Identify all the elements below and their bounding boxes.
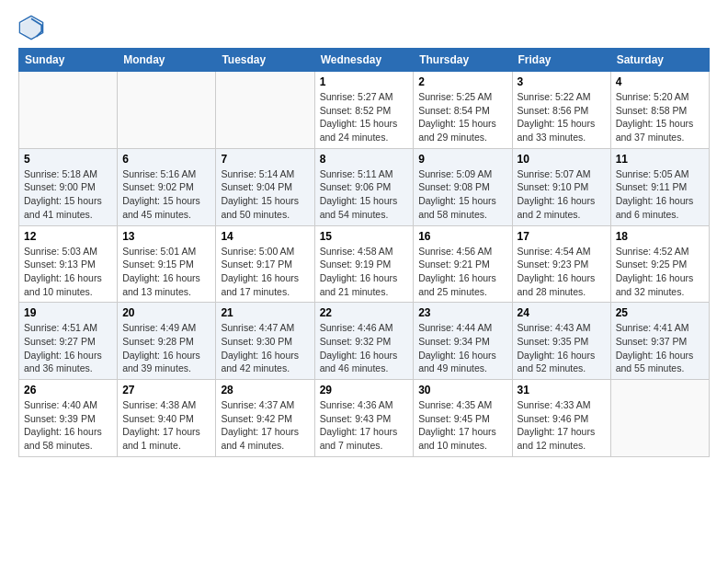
weekday-header-wednesday: Wednesday <box>314 49 414 72</box>
day-info: Sunrise: 4:56 AM Sunset: 9:21 PM Dayligh… <box>418 245 506 299</box>
day-info: Sunrise: 5:14 AM Sunset: 9:04 PM Dayligh… <box>221 167 309 222</box>
day-number: 18 <box>616 230 704 243</box>
calendar-cell: 10Sunrise: 5:07 AM Sunset: 9:10 PM Dayli… <box>512 148 610 225</box>
day-info: Sunrise: 4:41 AM Sunset: 9:37 PM Dayligh… <box>616 321 704 375</box>
day-number: 30 <box>418 384 506 396</box>
calendar-cell: 25Sunrise: 4:41 AM Sunset: 9:37 PM Dayli… <box>610 303 709 380</box>
day-number: 15 <box>320 230 409 243</box>
day-info: Sunrise: 5:20 AM Sunset: 8:58 PM Dayligh… <box>616 90 704 144</box>
day-info: Sunrise: 4:35 AM Sunset: 9:45 PM Dayligh… <box>418 398 506 453</box>
day-info: Sunrise: 4:46 AM Sunset: 9:32 PM Dayligh… <box>320 321 409 375</box>
day-number: 10 <box>518 153 606 166</box>
calendar-cell: 17Sunrise: 4:54 AM Sunset: 9:23 PM Dayli… <box>512 225 610 303</box>
calendar-cell: 11Sunrise: 5:05 AM Sunset: 9:11 PM Dayli… <box>610 148 709 225</box>
calendar-cell <box>19 72 118 149</box>
calendar-cell <box>118 72 216 149</box>
calendar-cell: 19Sunrise: 4:51 AM Sunset: 9:27 PM Dayli… <box>19 303 118 380</box>
day-info: Sunrise: 5:00 AM Sunset: 9:17 PM Dayligh… <box>221 245 309 299</box>
calendar-week-row: 12Sunrise: 5:03 AM Sunset: 9:13 PM Dayli… <box>19 225 710 303</box>
calendar-cell: 2Sunrise: 5:25 AM Sunset: 8:54 PM Daylig… <box>414 72 512 149</box>
day-number: 6 <box>122 153 210 166</box>
calendar-cell: 30Sunrise: 4:35 AM Sunset: 9:45 PM Dayli… <box>414 380 512 457</box>
calendar-cell: 16Sunrise: 4:56 AM Sunset: 9:21 PM Dayli… <box>414 225 512 303</box>
calendar-header-row: SundayMondayTuesdayWednesdayThursdayFrid… <box>19 49 710 72</box>
day-number: 11 <box>616 153 704 166</box>
day-info: Sunrise: 5:03 AM Sunset: 9:13 PM Dayligh… <box>24 245 112 299</box>
day-info: Sunrise: 5:09 AM Sunset: 9:08 PM Dayligh… <box>418 167 506 222</box>
calendar-cell: 9Sunrise: 5:09 AM Sunset: 9:08 PM Daylig… <box>414 148 512 225</box>
day-number: 25 <box>616 306 704 319</box>
day-number: 1 <box>320 75 409 88</box>
calendar-cell: 23Sunrise: 4:44 AM Sunset: 9:34 PM Dayli… <box>414 303 512 380</box>
day-number: 7 <box>221 153 309 166</box>
calendar-cell: 13Sunrise: 5:01 AM Sunset: 9:15 PM Dayli… <box>118 225 216 303</box>
calendar-cell: 15Sunrise: 4:58 AM Sunset: 9:19 PM Dayli… <box>314 225 414 303</box>
calendar-cell: 28Sunrise: 4:37 AM Sunset: 9:42 PM Dayli… <box>216 380 314 457</box>
calendar-cell: 27Sunrise: 4:38 AM Sunset: 9:40 PM Dayli… <box>118 380 216 457</box>
day-number: 12 <box>24 230 112 243</box>
day-info: Sunrise: 4:40 AM Sunset: 9:39 PM Dayligh… <box>24 398 112 453</box>
day-info: Sunrise: 4:52 AM Sunset: 9:25 PM Dayligh… <box>616 245 704 299</box>
weekday-header-saturday: Saturday <box>610 49 709 72</box>
day-info: Sunrise: 5:18 AM Sunset: 9:00 PM Dayligh… <box>24 167 112 222</box>
day-number: 14 <box>221 230 309 243</box>
day-info: Sunrise: 4:36 AM Sunset: 9:43 PM Dayligh… <box>320 398 409 453</box>
day-number: 20 <box>122 306 210 319</box>
logo <box>18 15 48 40</box>
day-info: Sunrise: 5:01 AM Sunset: 9:15 PM Dayligh… <box>122 245 210 299</box>
weekday-header-sunday: Sunday <box>19 49 118 72</box>
day-number: 16 <box>418 230 506 243</box>
day-number: 4 <box>616 75 704 88</box>
calendar-cell: 24Sunrise: 4:43 AM Sunset: 9:35 PM Dayli… <box>512 303 610 380</box>
day-info: Sunrise: 4:33 AM Sunset: 9:46 PM Dayligh… <box>518 398 606 453</box>
calendar-cell: 5Sunrise: 5:18 AM Sunset: 9:00 PM Daylig… <box>19 148 118 225</box>
day-info: Sunrise: 5:11 AM Sunset: 9:06 PM Dayligh… <box>320 167 409 222</box>
day-number: 19 <box>24 306 112 319</box>
day-number: 22 <box>320 306 409 319</box>
logo-icon <box>18 15 44 40</box>
calendar-week-row: 5Sunrise: 5:18 AM Sunset: 9:00 PM Daylig… <box>19 148 710 225</box>
day-info: Sunrise: 5:16 AM Sunset: 9:02 PM Dayligh… <box>122 167 210 222</box>
page-header <box>18 15 710 40</box>
calendar-cell: 20Sunrise: 4:49 AM Sunset: 9:28 PM Dayli… <box>118 303 216 380</box>
day-number: 23 <box>418 306 506 319</box>
day-number: 17 <box>518 230 606 243</box>
calendar-table: SundayMondayTuesdayWednesdayThursdayFrid… <box>18 48 710 457</box>
day-info: Sunrise: 5:25 AM Sunset: 8:54 PM Dayligh… <box>418 90 506 144</box>
day-number: 24 <box>518 306 606 319</box>
day-info: Sunrise: 4:43 AM Sunset: 9:35 PM Dayligh… <box>518 321 606 375</box>
calendar-cell <box>610 380 709 457</box>
weekday-header-tuesday: Tuesday <box>216 49 314 72</box>
calendar-cell: 7Sunrise: 5:14 AM Sunset: 9:04 PM Daylig… <box>216 148 314 225</box>
day-number: 3 <box>518 75 606 88</box>
calendar-cell: 21Sunrise: 4:47 AM Sunset: 9:30 PM Dayli… <box>216 303 314 380</box>
calendar-cell: 12Sunrise: 5:03 AM Sunset: 9:13 PM Dayli… <box>19 225 118 303</box>
day-info: Sunrise: 5:27 AM Sunset: 8:52 PM Dayligh… <box>320 90 409 144</box>
weekday-header-friday: Friday <box>512 49 610 72</box>
calendar-cell: 14Sunrise: 5:00 AM Sunset: 9:17 PM Dayli… <box>216 225 314 303</box>
calendar-cell: 8Sunrise: 5:11 AM Sunset: 9:06 PM Daylig… <box>314 148 414 225</box>
day-number: 27 <box>122 384 210 396</box>
calendar-week-row: 26Sunrise: 4:40 AM Sunset: 9:39 PM Dayli… <box>19 380 710 457</box>
day-number: 9 <box>418 153 506 166</box>
day-number: 31 <box>518 384 606 396</box>
day-number: 8 <box>320 153 409 166</box>
day-number: 26 <box>24 384 112 396</box>
calendar-cell: 6Sunrise: 5:16 AM Sunset: 9:02 PM Daylig… <box>118 148 216 225</box>
day-number: 2 <box>418 75 506 88</box>
day-info: Sunrise: 4:58 AM Sunset: 9:19 PM Dayligh… <box>320 245 409 299</box>
calendar-week-row: 19Sunrise: 4:51 AM Sunset: 9:27 PM Dayli… <box>19 303 710 380</box>
day-info: Sunrise: 5:07 AM Sunset: 9:10 PM Dayligh… <box>518 167 606 222</box>
day-info: Sunrise: 4:49 AM Sunset: 9:28 PM Dayligh… <box>122 321 210 375</box>
calendar-cell: 3Sunrise: 5:22 AM Sunset: 8:56 PM Daylig… <box>512 72 610 149</box>
calendar-week-row: 1Sunrise: 5:27 AM Sunset: 8:52 PM Daylig… <box>19 72 710 149</box>
day-info: Sunrise: 4:37 AM Sunset: 9:42 PM Dayligh… <box>221 398 309 453</box>
calendar-cell: 29Sunrise: 4:36 AM Sunset: 9:43 PM Dayli… <box>314 380 414 457</box>
weekday-header-monday: Monday <box>118 49 216 72</box>
day-info: Sunrise: 4:44 AM Sunset: 9:34 PM Dayligh… <box>418 321 506 375</box>
calendar-cell: 18Sunrise: 4:52 AM Sunset: 9:25 PM Dayli… <box>610 225 709 303</box>
calendar-cell: 1Sunrise: 5:27 AM Sunset: 8:52 PM Daylig… <box>314 72 414 149</box>
weekday-header-thursday: Thursday <box>414 49 512 72</box>
calendar-cell: 26Sunrise: 4:40 AM Sunset: 9:39 PM Dayli… <box>19 380 118 457</box>
day-info: Sunrise: 5:22 AM Sunset: 8:56 PM Dayligh… <box>518 90 606 144</box>
